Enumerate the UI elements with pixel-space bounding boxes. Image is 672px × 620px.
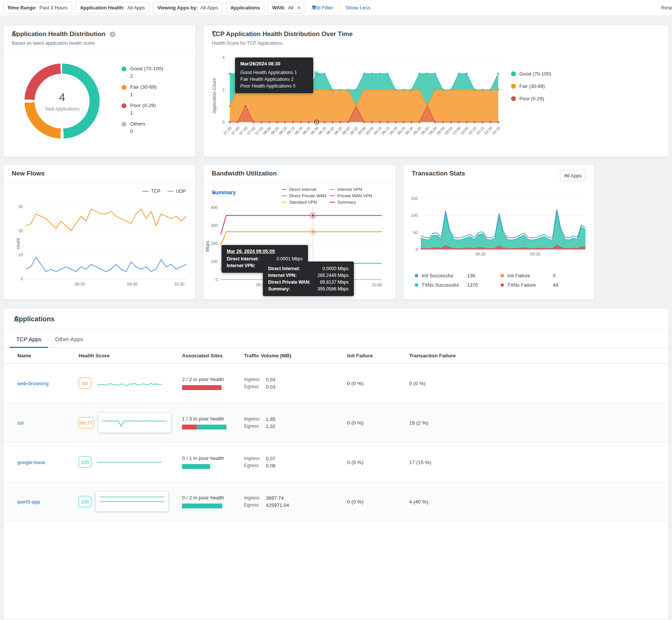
egress-label: Egress [244,502,266,509]
legend-item[interactable]: TXNs Successful1370 [415,282,501,288]
legend-item[interactable]: Others0 [121,121,163,134]
health-sparkline [96,376,163,391]
filter-value: All Apps [127,5,145,11]
legend-item[interactable]: Init Failure0 [501,273,558,278]
reset-link[interactable]: Reset [661,5,672,11]
filter-chip[interactable]: Time Range:Past 3 Hours [3,2,72,14]
svg-text:08:20: 08:20 [293,126,303,136]
legend-item[interactable]: Direct Internet [282,187,328,192]
legend-dot [501,283,504,287]
filter-value: All [288,5,293,11]
legend-item[interactable]: Private WAN VPN [330,194,373,198]
app-name-link[interactable]: google-base [17,460,45,465]
card-title: Application Health Distribution [12,30,105,38]
funnel-icon [311,5,317,10]
legend-item[interactable]: TXNs Failure44 [501,282,558,288]
apps-tabs: TCP Apps Other Apps [3,329,669,348]
svg-text:08:55: 08:55 [349,126,359,136]
filter-chip[interactable]: WAN:All✕ [268,2,305,14]
egress-value: 425971.04 [266,502,289,509]
column-header[interactable]: Traffic Volume (MB) [244,353,347,358]
svg-text:10:25: 10:25 [491,126,501,136]
legend-label: Fair (30-69) [519,83,545,89]
legend-item[interactable]: TCP [143,189,161,194]
legend-label: Poor (0-29) [519,96,544,101]
svg-text:100: 100 [211,259,218,264]
filter-chip[interactable]: Applications [226,2,264,14]
health-sparkline [96,455,163,470]
legend-item[interactable]: Fair (30-69) [511,83,551,89]
associated-sites-label: 0 / 2 in poor health [182,495,244,501]
legend-label: TXNs Successful [422,282,464,288]
column-header[interactable]: Name [17,353,79,358]
tab-other-apps[interactable]: Other Apps [48,332,90,348]
add-filter-button[interactable]: Add Filter [311,5,333,11]
column-header[interactable]: Associated Sites [182,353,244,358]
column-header[interactable]: Health Score [79,353,182,358]
legend-label: Private WAN VPN [337,194,372,198]
bandwidth-series-selector[interactable]: Summary [212,189,236,195]
filter-label: Time Range: [8,5,37,11]
app-name-link[interactable]: web-browsing [17,381,49,386]
transaction-stats-chart[interactable]: 05010015008:3009:30 [408,191,591,258]
filter-chip[interactable]: Viewing Apps by:All Apps [153,2,223,14]
legend-item[interactable]: Direct Private WAN [282,194,328,198]
svg-text:4: 4 [222,55,225,60]
legend-label: Init Successful [422,273,464,278]
apps-filter-select[interactable]: All Apps [560,170,586,181]
health-distribution-card: Application Health Distribution i Based … [3,25,196,157]
legend-swatch [167,191,173,192]
new-flows-chart[interactable]: 010203008:3009:3010:30 [9,201,192,290]
card-title: Bandwidth Utilization [212,170,277,177]
legend-label: TXNs Failure [507,282,549,288]
filter-chip[interactable]: Application Health:All Apps [76,2,149,14]
tooltip-line: Fair Health Applications 2 [240,76,308,83]
tcp-tooltip-lines: Good Health Applications 1Fair Health Ap… [240,69,308,89]
svg-text:08:00: 08:00 [262,126,272,136]
app-name-link[interactable]: ssl [17,420,24,426]
legend-item[interactable]: Fair (30-69)1 [121,84,163,97]
legend-label: Fair (30-69) [130,84,157,90]
info-icon[interactable]: i [110,32,115,37]
egress-value: 0.08 [266,462,275,469]
column-header[interactable]: Transaction Failure [409,353,669,358]
tab-tcp-apps[interactable]: TCP Apps [9,332,48,348]
legend-item[interactable]: UDP [167,189,186,194]
app-name-link[interactable]: iperf3-app [17,499,40,505]
health-sparkline [99,413,171,432]
svg-text:0: 0 [215,277,218,282]
svg-text:2: 2 [222,88,225,92]
svg-text:08:15: 08:15 [285,126,296,136]
legend-swatch [143,191,149,192]
filter-label: Applications [231,5,260,11]
legend-item[interactable]: Init Successful136 [415,273,501,278]
total-applications-label: Total Applications [45,106,80,112]
svg-text:150: 150 [411,196,418,201]
health-score-badge: 100 [79,457,91,468]
transaction-stats-legend: Init Successful136Init Failure0TXNs Succ… [415,273,558,288]
transaction-stats-card: Transaction Stats All Apps 05010015008:3… [403,164,595,300]
new-flows-card: New Flows TCPUDP count 010203008:3009:30… [3,164,196,300]
init-failure-value: 0 (0 %) [347,381,409,386]
legend-item[interactable]: Good (70-100) [511,71,551,77]
remove-filter-icon[interactable]: ✕ [297,5,301,11]
legend-item[interactable]: Poor (0-29) [511,96,551,101]
legend-item[interactable]: Poor (0-29)1 [121,103,163,116]
legend-item[interactable]: Good (70-100)2 [121,66,163,79]
table-row: web-browsing432 / 2 in poor healthIngres… [3,364,669,403]
init-failure-value: 0 (0 %) [347,460,409,465]
legend-item[interactable]: Internet VPN [330,187,373,192]
show-less-link[interactable]: Show Less [346,5,370,11]
column-header[interactable]: Init Failure [347,353,409,358]
sites-health-bar [182,385,221,390]
svg-text:09:35: 09:35 [412,126,422,136]
egress-value: 1.32 [266,423,275,430]
chevron-down-icon [231,7,234,9]
bw-tooltip2-rows: Direct Internet:0.0000 MbpsInternet VPN:… [268,265,349,292]
svg-text:09:25: 09:25 [396,126,406,136]
health-donut-chart[interactable]: 4 Total Applications [24,64,100,139]
legend-label: Internet VPN [337,187,362,192]
bandwidth-card: Bandwidth Utilization Summary Direct Int… [203,164,396,300]
health-score-badge: 43 [79,378,91,389]
egress-label: Egress [244,462,266,469]
